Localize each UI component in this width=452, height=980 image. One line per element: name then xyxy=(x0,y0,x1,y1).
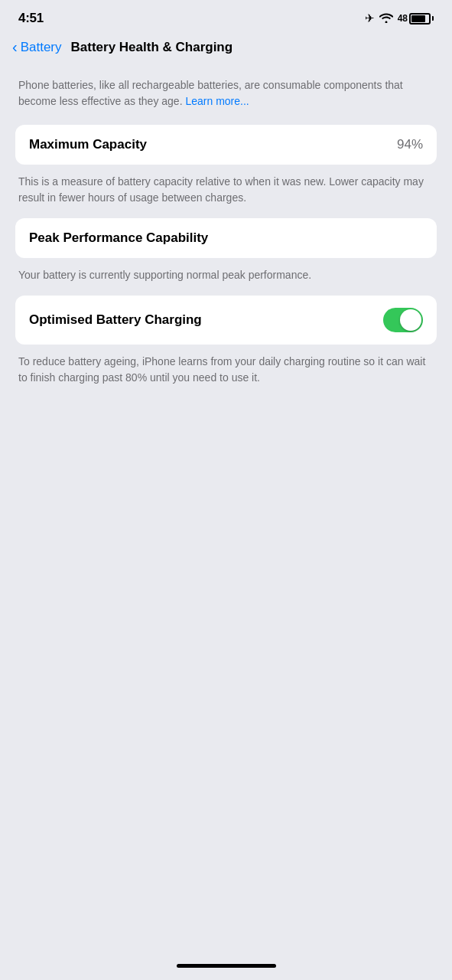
back-button[interactable]: ‹ Battery xyxy=(12,38,62,56)
status-bar: 4:51 ✈ 48 xyxy=(0,0,452,32)
battery-fill xyxy=(411,15,425,22)
toggle-thumb xyxy=(400,309,421,331)
intro-paragraph: Phone batteries, like all rechargeable b… xyxy=(15,77,437,109)
peak-performance-label: Peak Performance Capability xyxy=(29,230,208,246)
main-content: Phone batteries, like all rechargeable b… xyxy=(0,65,452,398)
maximum-capacity-description: This is a measure of battery capacity re… xyxy=(15,174,437,206)
optimised-charging-toggle[interactable] xyxy=(383,308,423,332)
optimised-charging-label: Optimised Battery Charging xyxy=(29,312,202,328)
battery-box xyxy=(409,13,431,24)
back-label: Battery xyxy=(21,40,62,55)
page-title: Battery Health & Charging xyxy=(71,40,233,55)
peak-performance-description: Your battery is currently supporting nor… xyxy=(15,267,437,283)
airplane-icon: ✈ xyxy=(365,11,375,25)
battery-tip xyxy=(432,16,434,21)
status-time: 4:51 xyxy=(18,11,44,26)
wifi-icon xyxy=(379,12,393,25)
toggle-track xyxy=(383,308,423,332)
optimised-charging-card: Optimised Battery Charging xyxy=(15,296,437,345)
maximum-capacity-row: Maximum Capacity 94% xyxy=(29,137,423,152)
maximum-capacity-label: Maximum Capacity xyxy=(29,137,147,152)
status-icons: ✈ 48 xyxy=(365,11,434,25)
maximum-capacity-card: Maximum Capacity 94% xyxy=(15,125,437,165)
battery-percent: 48 xyxy=(398,13,408,24)
learn-more-link[interactable]: Learn more... xyxy=(185,95,249,107)
maximum-capacity-value: 94% xyxy=(397,137,423,152)
peak-performance-card: Peak Performance Capability xyxy=(15,218,437,258)
peak-performance-row: Peak Performance Capability xyxy=(29,230,423,246)
battery-indicator: 48 xyxy=(398,13,434,24)
optimised-charging-description: To reduce battery ageing, iPhone learns … xyxy=(15,354,437,386)
optimised-charging-row: Optimised Battery Charging xyxy=(29,308,423,332)
back-chevron-icon: ‹ xyxy=(12,38,18,56)
home-indicator xyxy=(177,964,276,968)
nav-header: ‹ Battery Battery Health & Charging xyxy=(0,32,452,65)
